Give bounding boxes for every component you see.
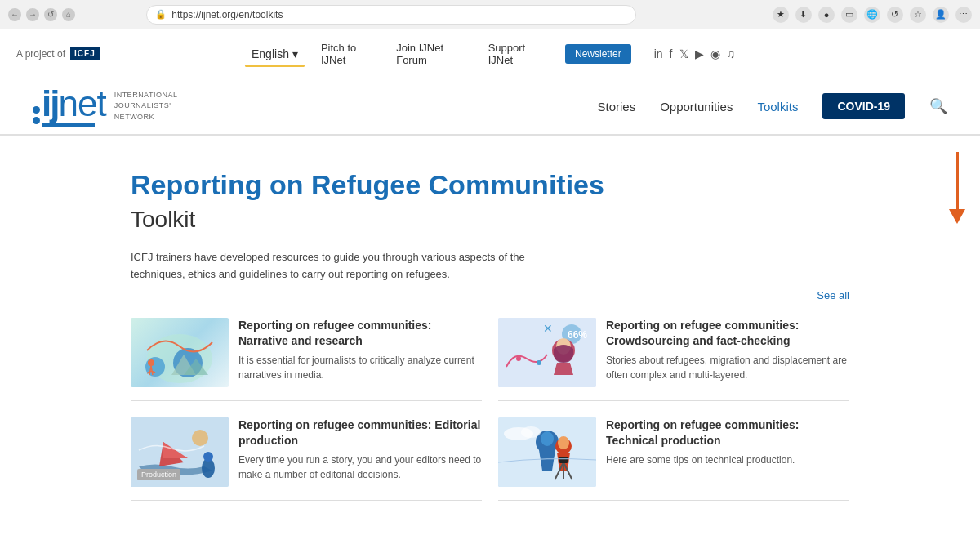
join-link[interactable]: Join IJNet Forum [396,42,472,66]
card-desc-3: Every time you run a story, you and your… [238,453,482,482]
card-crowdsourcing[interactable]: 66% ✕ Reporting on refugee communities: … [498,318,849,401]
logo-ij: ij [42,86,58,122]
youtube-icon[interactable]: ▶ [695,47,704,60]
extension-icon[interactable]: ⬇ [795,7,812,23]
logo-dot-2 [33,117,40,124]
card-image-4 [498,417,596,487]
page-title: Reporting on Refugee Communities [131,168,849,202]
globe-icon[interactable]: 🌐 [864,7,880,23]
dropdown-icon: ▾ [292,47,298,60]
browser-right-icons: ★ ⬇ ● ▭ 🌐 ↺ ☆ 👤 ⋯ [773,7,972,23]
see-all-link[interactable]: See all [131,289,849,301]
svg-rect-21 [559,457,568,463]
reload-button[interactable]: ↺ [44,8,57,21]
language-label: English [252,47,289,60]
cast-icon[interactable]: ▭ [841,7,858,23]
page-subtitle: Toolkit [131,207,849,233]
pitch-link[interactable]: Pitch to IJNet [321,42,380,66]
logo-net: net [58,86,105,122]
card-content-1: Reporting on refugee communities: Narrat… [238,318,482,382]
card-image-2: 66% ✕ [498,318,596,387]
logo-underline [42,123,95,127]
svg-point-3 [148,359,154,366]
logo-dot-1 [33,106,40,114]
language-selector[interactable]: English ▾ [245,44,305,64]
arrow-shaft [956,152,959,209]
facebook-icon[interactable]: f [670,47,673,60]
card-image-3: Production [131,417,229,487]
nav-opportunities[interactable]: Opportunities [660,100,733,114]
card-title-2: Reporting on refugee communities: Crowds… [606,318,849,347]
nav-stories[interactable]: Stories [597,100,635,114]
bookmark-star-icon[interactable]: ☆ [910,7,926,23]
card-narrative[interactable]: Reporting on refugee communities: Narrat… [131,318,482,401]
instagram-icon[interactable]: ◉ [710,47,720,60]
project-attribution: A project of ICFJ [16,47,100,60]
logo-area: ij net INTERNATIONAL JOURNALISTS' NETWOR… [33,86,177,127]
nav-toolkits[interactable]: Toolkits [757,100,798,114]
svg-point-15 [203,452,213,462]
arrow-annotation [949,152,965,224]
linkedin-icon[interactable]: in [654,47,663,60]
project-label: A project of [16,48,65,60]
svg-text:✕: ✕ [543,322,553,335]
svg-point-18 [541,431,554,446]
page-content: Reporting on Refugee Communities Toolkit… [0,136,980,540]
card-content-3: Reporting on refugee communities: Editor… [238,417,482,481]
twitter-icon[interactable]: 𝕏 [679,47,688,60]
extension2-icon[interactable]: ● [818,7,835,23]
logo-tagline: INTERNATIONAL JOURNALISTS' NETWORK [114,90,178,123]
newsletter-button[interactable]: Newsletter [565,44,631,64]
top-bar-nav: English ▾ Pitch to IJNet Join IJNet Foru… [245,42,735,66]
icfj-logo: ICFJ [70,47,100,60]
browser-chrome: ← → ↺ ⌂ 🔒 https://ijnet.org/en/toolkits … [0,0,980,29]
main-nav: ij net INTERNATIONAL JOURNALISTS' NETWOR… [0,78,980,136]
url-bar[interactable]: 🔒 https://ijnet.org/en/toolkits [146,5,636,25]
card-title-3: Reporting on refugee communities: Editor… [238,417,482,447]
card-content-2: Reporting on refugee communities: Crowds… [606,318,849,382]
arrow-head [949,209,965,224]
svg-point-13 [192,430,208,446]
home-button[interactable]: ⌂ [62,8,75,21]
card-image-1 [131,318,229,387]
svg-point-20 [558,436,569,449]
page-description: ICFJ trainers have developed resources t… [131,249,539,283]
refresh-icon[interactable]: ↺ [887,7,903,23]
svg-point-23 [521,426,541,438]
svg-text:66%: 66% [568,329,587,341]
card-desc-1: It is essential for journalists to criti… [238,353,482,382]
search-icon[interactable]: 🔍 [929,97,947,115]
svg-point-7 [516,356,521,361]
menu-icon[interactable]: ⋯ [956,7,972,23]
card-production-label: Production [137,469,180,480]
card-title-1: Reporting on refugee communities: Narrat… [238,318,482,347]
forward-button[interactable]: → [26,8,39,21]
secure-icon: 🔒 [155,9,167,20]
covid-button[interactable]: COVID-19 [822,93,905,119]
profile-icon[interactable]: ★ [773,7,789,23]
cards-grid: Reporting on refugee communities: Narrat… [131,318,849,501]
card-desc-4: Here are some tips on technical producti… [606,453,849,467]
card-editorial[interactable]: Production Reporting on refugee communit… [131,417,482,501]
browser-controls: ← → ↺ ⌂ [8,8,75,21]
svg-point-1 [145,357,165,377]
card-content-4: Reporting on refugee communities: Techni… [606,417,849,466]
social-icons: in f 𝕏 ▶ ◉ ♫ [654,47,735,60]
card-desc-2: Stories about refugees, migration and di… [606,353,849,382]
support-link[interactable]: Support IJNet [488,42,549,66]
url-text: https://ijnet.org/en/toolkits [172,9,283,20]
top-bar: A project of ICFJ English ▾ Pitch to IJN… [0,29,980,78]
card-technical[interactable]: Reporting on refugee communities: Techni… [498,417,849,501]
svg-point-8 [537,360,541,365]
spotify-icon[interactable]: ♫ [727,47,736,60]
nav-links: Stories Opportunities Toolkits COVID-19 … [597,93,947,119]
accounts-icon[interactable]: 👤 [933,7,949,23]
back-button[interactable]: ← [8,8,21,21]
card-title-4: Reporting on refugee communities: Techni… [606,417,849,447]
